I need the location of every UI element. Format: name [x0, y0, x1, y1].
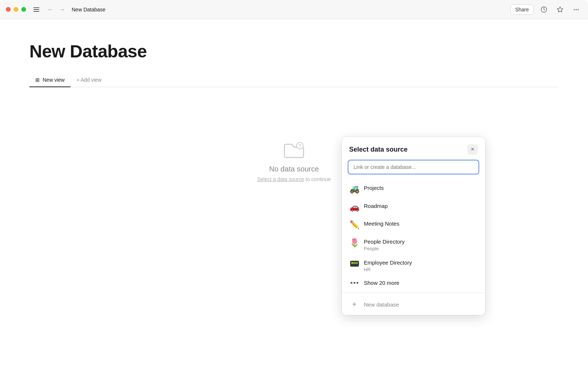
divider	[342, 293, 485, 293]
no-data-suffix: to continue	[304, 176, 331, 182]
search-input[interactable]	[348, 160, 479, 174]
add-view-button[interactable]: + Add view	[71, 73, 107, 87]
list-item[interactable]: 📟 Employee Directory HR	[342, 255, 485, 276]
people-directory-emoji: 🌷	[349, 238, 359, 248]
add-view-label: + Add view	[76, 77, 101, 83]
tab-new-view[interactable]: ⊞ New view	[29, 73, 71, 87]
projects-name: Projects	[364, 184, 478, 192]
plus-icon: +	[349, 300, 359, 310]
no-data-desc: Select a data source to continue	[257, 176, 331, 182]
meeting-notes-name: Meeting Notes	[364, 220, 478, 227]
dots-icon	[349, 282, 359, 284]
back-button[interactable]: ←	[45, 5, 55, 14]
list-item[interactable]: 🚜 Projects	[342, 180, 485, 198]
roadmap-emoji: 🚗	[349, 202, 359, 213]
navigation-buttons: ← →	[45, 5, 67, 14]
tab-new-view-label: New view	[43, 77, 65, 83]
share-button[interactable]: Share	[510, 4, 534, 15]
history-icon[interactable]	[538, 4, 550, 15]
employee-directory-content: Employee Directory HR	[364, 259, 478, 272]
main-content: New Database ⊞ New view + Add view ? No …	[0, 19, 588, 368]
dropdown-title: Select data source	[349, 146, 408, 153]
roadmap-name: Roadmap	[364, 202, 478, 210]
titlebar: ← → New Database Share	[0, 0, 588, 19]
new-database-label: New database	[364, 301, 399, 308]
star-icon[interactable]	[554, 4, 566, 15]
list-item[interactable]: ✏️ Meeting Notes	[342, 216, 485, 234]
svg-text:?: ?	[298, 144, 301, 149]
minimize-button[interactable]	[14, 7, 18, 12]
projects-content: Projects	[364, 184, 478, 192]
more-options-icon[interactable]	[570, 4, 582, 15]
svg-point-4	[578, 9, 579, 10]
page-breadcrumb: New Database	[72, 7, 105, 13]
meeting-notes-emoji: ✏️	[349, 220, 359, 230]
no-data-title: No data source	[269, 165, 319, 173]
employee-directory-name: Employee Directory	[364, 259, 478, 266]
tab-bar: ⊞ New view + Add view	[29, 73, 559, 87]
svg-point-2	[574, 9, 575, 10]
new-database-button[interactable]: + New database	[342, 294, 485, 315]
employee-directory-emoji: 📟	[349, 259, 359, 269]
people-directory-content: People Directory People	[364, 238, 478, 251]
meeting-notes-content: Meeting Notes	[364, 220, 478, 227]
close-panel-button[interactable]: ×	[467, 144, 478, 155]
people-directory-sub: People	[364, 246, 478, 251]
projects-emoji: 🚜	[349, 184, 359, 195]
list-item[interactable]: 🌷 People Directory People	[342, 234, 485, 255]
menu-icon[interactable]	[32, 6, 41, 13]
svg-point-3	[576, 9, 577, 10]
no-data-icon: ?	[283, 140, 305, 159]
forward-button[interactable]: →	[57, 5, 67, 14]
close-button[interactable]	[6, 7, 11, 12]
show-more-button[interactable]: Show 20 more	[342, 276, 485, 290]
show-more-label: Show 20 more	[364, 280, 399, 286]
dropdown-header: Select data source ×	[342, 137, 485, 160]
page-title: New Database	[29, 41, 559, 61]
titlebar-actions: Share	[510, 4, 582, 15]
table-icon: ⊞	[35, 77, 40, 83]
datasource-list: 🚜 Projects 🚗 Roadmap ✏️ Meeting Notes	[342, 179, 485, 291]
select-data-source-panel: Select data source × 🚜 Projects 🚗 Roadma…	[342, 137, 485, 315]
list-item[interactable]: 🚗 Roadmap	[342, 198, 485, 216]
employee-directory-sub: HR	[364, 267, 478, 272]
maximize-button[interactable]	[21, 7, 26, 12]
roadmap-content: Roadmap	[364, 202, 478, 210]
traffic-lights	[6, 7, 26, 12]
people-directory-name: People Directory	[364, 238, 478, 245]
select-data-source-link[interactable]: Select a data source	[257, 176, 304, 182]
svg-marker-1	[557, 7, 563, 12]
